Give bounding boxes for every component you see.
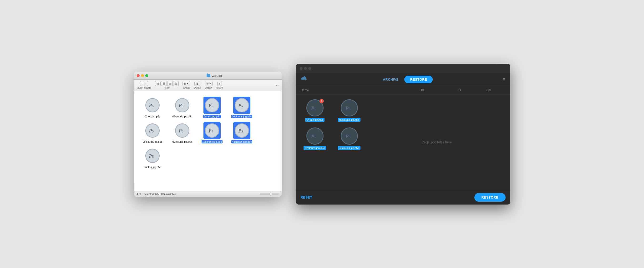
back-button[interactable]: ‹ bbox=[140, 81, 144, 86]
file-icon-wrap: P 5 bbox=[204, 97, 220, 114]
svg-text:P: P bbox=[149, 128, 152, 133]
app-footer: RESET RESTORE bbox=[296, 190, 510, 205]
minimize-button[interactable] bbox=[141, 74, 144, 77]
restore-file-item[interactable]: P 5 06clouds.jpg.p5c bbox=[335, 99, 364, 122]
file-item[interactable]: P 5 03clouds.jpg.p5c bbox=[168, 95, 197, 120]
tab-archive[interactable]: ARCHIVE bbox=[377, 76, 404, 83]
file-item[interactable]: P 5 04rain.jpg.p5c bbox=[197, 95, 227, 120]
col-db: DB bbox=[420, 88, 458, 92]
file-icon-wrap: P 5 bbox=[233, 97, 250, 114]
file-name: 04rain.jpg.p5c bbox=[203, 115, 221, 118]
view-group: ⊞ ☰ ⊟ ⊠ View bbox=[155, 81, 179, 89]
file-name: 06clouds.jpg.p5c bbox=[231, 115, 252, 118]
svg-text:5: 5 bbox=[314, 106, 316, 110]
restore-file-name: 04rain.jpg.p5c bbox=[305, 118, 324, 122]
back-forward-label: Back/Forward bbox=[137, 87, 152, 89]
column-view-button[interactable]: ⊟ bbox=[167, 81, 173, 86]
zoom-slider[interactable] bbox=[260, 194, 279, 195]
file-name: 03clouds.jpg.p5c bbox=[172, 115, 192, 118]
restore-file-icon: P 5 bbox=[306, 127, 324, 145]
delete-group: 🗑 Delete bbox=[194, 81, 201, 89]
svg-text:P: P bbox=[149, 154, 152, 159]
hamburger-icon[interactable]: ≡ bbox=[503, 77, 506, 82]
file-name: 02fog.jpg.p5c bbox=[144, 115, 160, 118]
restore-file-name: 48clouds.jpg.p5c bbox=[338, 146, 360, 150]
tab-restore[interactable]: RESTORE bbox=[404, 76, 433, 83]
list-view-button[interactable]: ☰ bbox=[161, 81, 167, 86]
file-item[interactable]: P 5 sunfog.jpg.p5c bbox=[138, 145, 168, 171]
svg-text:5: 5 bbox=[152, 104, 154, 108]
status-text: 4 of 9 selected, 6.59 GB available bbox=[137, 193, 176, 195]
finder-toolbar: ‹ › Back/Forward ⊞ ☰ ⊟ ⊠ View ⊞ ▾ Group bbox=[134, 80, 282, 91]
restore-file-item[interactable]: P 5 48clouds.jpg.p5c bbox=[335, 127, 364, 150]
svg-point-20 bbox=[304, 78, 307, 80]
p5-icon: P 5 bbox=[175, 98, 190, 112]
file-item[interactable]: P 5 02fog.jpg.p5c bbox=[138, 95, 168, 120]
maximize-button[interactable] bbox=[145, 74, 148, 77]
svg-text:5: 5 bbox=[212, 104, 213, 108]
col-name: Name bbox=[301, 88, 420, 92]
svg-text:5: 5 bbox=[348, 106, 350, 110]
close-button[interactable] bbox=[137, 74, 140, 77]
file-item[interactable]: P 5 12clouds.jpg.p5c bbox=[197, 120, 227, 145]
delete-label: Delete bbox=[194, 86, 201, 89]
svg-text:5: 5 bbox=[348, 135, 350, 139]
file-name: 48clouds.jpg.p5c bbox=[231, 140, 252, 144]
file-item[interactable]: P 5 06clouds.jpg.p5c bbox=[227, 95, 257, 120]
action-button[interactable]: ⚙ ▾ bbox=[205, 81, 212, 86]
app-max-btn[interactable] bbox=[308, 67, 311, 70]
delete-button[interactable]: 🗑 bbox=[194, 81, 200, 86]
svg-text:P: P bbox=[345, 133, 348, 139]
finder-statusbar: 4 of 9 selected, 6.59 GB available bbox=[134, 191, 282, 197]
share-button[interactable]: ↑ bbox=[217, 81, 222, 86]
restore-file-item[interactable]: P 5 4 04rain.jpg.p5c bbox=[301, 99, 329, 122]
share-group: ↑ Share bbox=[216, 81, 223, 89]
col-del: Del bbox=[486, 88, 506, 92]
file-name: sunfog.jpg.p5c bbox=[144, 165, 161, 169]
icon-view-button[interactable]: ⊞ bbox=[155, 81, 160, 86]
traffic-lights bbox=[137, 74, 148, 77]
app-close-btn[interactable] bbox=[300, 67, 302, 70]
group-button[interactable]: ⊞ ▾ bbox=[182, 81, 190, 86]
restore-button[interactable]: RESTORE bbox=[474, 193, 506, 202]
forward-button[interactable]: › bbox=[144, 81, 148, 86]
svg-text:P: P bbox=[345, 105, 348, 111]
badge: 4 bbox=[320, 99, 324, 103]
file-item[interactable]: P 5 48clouds.jpg.p5c bbox=[227, 120, 257, 145]
restore-file-icon: P 5 bbox=[341, 99, 358, 116]
svg-text:P: P bbox=[149, 103, 152, 108]
toolbar-overflow[interactable]: >> bbox=[276, 84, 279, 87]
svg-text:P: P bbox=[178, 103, 182, 108]
app-min-btn[interactable] bbox=[304, 67, 307, 70]
app-tabs: ARCHIVE RESTORE bbox=[377, 76, 433, 83]
finder-title: Clouds bbox=[150, 74, 279, 78]
svg-text:P: P bbox=[238, 103, 241, 108]
drop-text: Drop .p5c Files here bbox=[422, 140, 452, 144]
view-label: View bbox=[164, 87, 170, 89]
drop-zone[interactable]: Drop .p5c Files here bbox=[368, 99, 506, 185]
app-traffic-lights bbox=[300, 67, 311, 70]
file-item[interactable]: P 5 08clouds.jpg.p5c bbox=[138, 120, 168, 145]
p5-icon: P 5 bbox=[235, 123, 249, 138]
back-forward-group: ‹ › Back/Forward bbox=[137, 81, 152, 89]
restore-files-grid: P 5 4 04rain.jpg.p5c P 5 06clouds.jpg.p5… bbox=[301, 99, 364, 185]
gallery-view-button[interactable]: ⊠ bbox=[173, 81, 179, 86]
file-item[interactable]: P 5 09clouds.jpg.p5c bbox=[168, 120, 197, 145]
app-titlebar bbox=[296, 64, 510, 73]
app-logo bbox=[301, 76, 307, 83]
file-name: 09clouds.jpg.p5c bbox=[172, 140, 192, 144]
file-icon-wrap: P 5 bbox=[144, 147, 161, 164]
reset-button[interactable]: RESET bbox=[301, 195, 312, 199]
svg-text:5: 5 bbox=[182, 129, 184, 133]
restore-file-name: 12clouds.jpg.p5c bbox=[304, 146, 326, 150]
p5-icon: P 5 bbox=[235, 98, 249, 112]
svg-text:5: 5 bbox=[241, 104, 243, 108]
svg-text:P: P bbox=[208, 128, 212, 133]
group-group: ⊞ ▾ Group bbox=[182, 81, 190, 89]
svg-text:5: 5 bbox=[314, 135, 316, 139]
p5-icon: P 5 bbox=[175, 123, 190, 138]
p5-icon: P 5 bbox=[145, 98, 160, 112]
app-window: ARCHIVE RESTORE ≡ Name DB ID Del P 5 4 0… bbox=[296, 64, 510, 205]
restore-file-icon: P 5 4 bbox=[306, 99, 324, 116]
restore-file-item[interactable]: P 5 12clouds.jpg.p5c bbox=[301, 127, 329, 150]
